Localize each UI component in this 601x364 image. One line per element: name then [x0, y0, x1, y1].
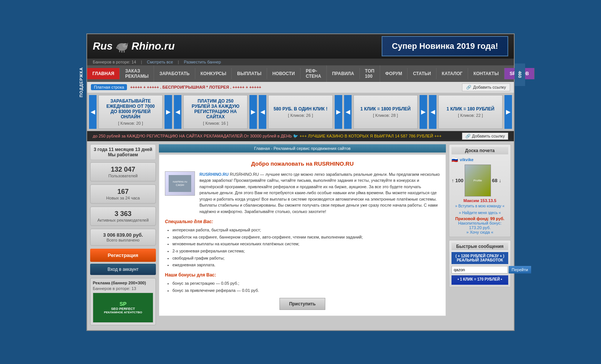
start-button[interactable]: Приступить	[279, 298, 326, 310]
want-here-link[interactable]: » Хочу сюда «	[467, 230, 494, 234]
promo-msg: ( + 1200 РУБЛЕЙ СРАЗУ + ) РЕАЛЬНЫЙ ЗАРАБ…	[452, 252, 508, 264]
nav-forum[interactable]: ФОРУМ	[380, 68, 408, 79]
header-banner-area: Супер Новинка 2019 года!	[382, 36, 508, 56]
nav-contacts[interactable]: КОНТАКТЫ	[468, 68, 504, 79]
nav-news[interactable]: НОВОСТИ	[267, 68, 300, 79]
rot-banner-4-title: 1 КЛИК = 180 РУБЛЕЙ	[447, 106, 494, 112]
bonus-title: Наши бонусы для Вас:	[165, 272, 440, 278]
svg-rect-7	[124, 50, 125, 53]
seo-logo: SP SEO PERFECT РЕКЛАМНОЕ АГЕНТСТВО	[93, 293, 153, 322]
nav-articles[interactable]: СТАТЬИ	[408, 68, 436, 79]
welcome-box: Добро пожаловать на RUSRHINO.RU rusrhino…	[159, 154, 446, 316]
intro-brand: RUSRHINO.RU	[199, 172, 229, 177]
active-adv-stat: 3 363 Активных рекламодателей	[90, 207, 156, 226]
rot-banner-3[interactable]: 1 КЛИК = 1800 РУБЛЕЙ [ Кликов: 28 ]	[353, 95, 418, 129]
list-item: заработок на серфинге, баннерном серфинг…	[172, 234, 440, 241]
special-list: интересная работа, быстрый карьерный рос…	[165, 227, 440, 269]
adv-section: Реклама (баннер 200×300) Баннеров в рото…	[90, 278, 156, 325]
rot-arrow-right-0[interactable]: ▶	[165, 95, 172, 129]
adv-title: Реклама (баннер 200×300)	[93, 281, 153, 285]
honor-username[interactable]: vikvike	[460, 157, 474, 162]
nav-top100[interactable]: ТОП 100	[360, 65, 380, 82]
find-me-link[interactable]: » Найдите меня здесь «	[459, 211, 501, 215]
add-link-button-2[interactable]: 🔗 Добавить ссылку	[462, 133, 508, 140]
logo-text-left: Rus	[93, 40, 113, 52]
list-item: ежедневная зарплата.	[172, 261, 440, 269]
view-all-link[interactable]: Смотреть все	[147, 60, 173, 64]
quick-messages: Быстрые сообщения ( + 1200 РУБЛЕЙ СРАЗУ …	[449, 240, 511, 287]
logo-text-right: Rhino.ru	[131, 40, 175, 52]
list-item: бонус за привлечение реферала — 0.01 руб…	[172, 287, 440, 294]
paid-badge: Платная строка	[91, 84, 127, 90]
main-navigation: ГЛАВНАЯ ЗАКАЗ РЕКЛАМЫ ЗАРАБОТАТЬ КОНКУРС…	[87, 65, 514, 82]
info-bar2-left: до 250 рублей за КАЖДУЮ РЕГИСТРАЦИЮ НА С…	[93, 134, 441, 139]
paid-marquee: +++++ + +++++ . БЕСПРОИГРЫШНАЯ * ЛОТЕРЕЯ…	[130, 85, 261, 89]
msg-input[interactable]	[452, 266, 508, 273]
rotator-banners: ◀ ЗАРАБАТЫВАЙТЕ ЕЖЕДНЕВНО от 7000 до 830…	[87, 93, 514, 131]
banner-info-bar: Баннеров в роторе: 14 | Смотреть все | Р…	[87, 59, 514, 65]
add-link-button[interactable]: 🔗 Добавить ссылку	[462, 83, 510, 91]
welcome-text: RUSRHINO.RU RUSRHINO.RU — лучшее место г…	[199, 171, 440, 215]
rot-banner-4[interactable]: 1 КЛИК = 180 РУБЛЕЙ [ Кликов: 22 ]	[438, 95, 503, 129]
bonus-section: Наши бонусы для Вас: бонус за регистраци…	[165, 272, 440, 294]
rot-arrow-right-2[interactable]: ▶	[335, 95, 342, 129]
rot-arrow-left-2[interactable]: ◀	[259, 95, 266, 129]
add-icon: 🔗	[466, 85, 471, 90]
join-team-link[interactable]: » Вступить в мою команду «	[455, 204, 504, 208]
msg-send-button[interactable]: Перейти	[509, 266, 531, 273]
rot-banner-1[interactable]: ПЛАТИМ до 250 рублей за КАЖДУЮ РЕГИСТРАЦ…	[183, 95, 248, 129]
rot-arrow-left-3[interactable]: ◀	[344, 95, 352, 129]
rot-arrow-left-0[interactable]: ◀	[89, 95, 97, 129]
list-item: бонус за регистрацию — 0.05 руб.;	[172, 280, 440, 287]
info-bar-2: до 250 рублей за КАЖДУЮ РЕГИСТРАЦИЮ НА С…	[87, 131, 514, 141]
honor-prize: Призовой фонд: 99 руб.	[452, 216, 508, 221]
nav-earn[interactable]: ЗАРАБОТАТЬ	[154, 68, 195, 79]
nav-payouts[interactable]: ВЫПЛАТЫ	[232, 68, 267, 79]
list-item: 2-х уровневая реферальная система;	[172, 248, 440, 255]
rot-banner-1-title: ПЛАТИМ до 250 рублей за КАЖДУЮ РЕГИСТРАЦ…	[188, 98, 243, 119]
nav-catalog[interactable]: КАТАЛОГ	[436, 68, 468, 79]
twitter-icon: 🐦	[293, 134, 299, 138]
welcome-inner: rusrhino.ruCASH RUSRHINO.RU RUSRHINO.RU …	[165, 171, 440, 215]
add-link-label: Добавить ссылку	[473, 85, 506, 89]
active-adv-label: Активных рекламодателей	[94, 218, 152, 222]
rot-arrow-left-1[interactable]: ◀	[174, 95, 181, 129]
rot-arrow-right-4[interactable]: ▶	[504, 95, 512, 129]
nav-home[interactable]: ГЛАВНАЯ	[87, 68, 120, 79]
nav-contests[interactable]: КОНКУРСЫ	[195, 68, 232, 79]
add-link-label-2: Добавить ссылку	[472, 134, 505, 138]
registration-button[interactable]: Регистрация	[90, 249, 156, 262]
total-paid-stat: 3 006 839.00 руб. Всего выплачено	[90, 229, 156, 246]
bonus-list: бонус за регистрацию — 0.05 руб.; бонус …	[165, 280, 440, 294]
center-content: Главная - Рекламный сервис продвижения с…	[159, 144, 446, 327]
honor-want: » Хочу сюда «	[452, 230, 508, 234]
rot-banner-2[interactable]: 580 руб. в Один Клик ! [ Кликов: 26 ]	[268, 95, 332, 129]
rot-banner-0[interactable]: ЗАРАБАТЫВАЙТЕ ЕЖЕДНЕВНО от 7000 до 83000…	[98, 95, 163, 129]
msg-scroll: • 1 КЛИК = 170 РУБЛЕЙ •	[452, 275, 508, 285]
nav-rules[interactable]: ПРАВИЛА	[327, 68, 360, 79]
adv-image[interactable]: SP SEO PERFECT РЕКЛАМНОЕ АГЕНТСТВО	[93, 293, 153, 323]
place-banner-link[interactable]: Разместить баннер	[184, 60, 221, 64]
work-days-stat: 3 года 11 месяцев 13 дней Мы работаем	[90, 144, 156, 160]
left-sidebar: 3 года 11 месяцев 13 дней Мы работаем 13…	[90, 144, 156, 327]
nav-order[interactable]: ЗАКАЗ РЕКЛАМЫ	[120, 65, 154, 82]
list-item: свободный график работы;	[172, 255, 440, 262]
breadcrumb: Главная - Рекламный сервис продвижения с…	[159, 144, 446, 153]
total-paid-label: Всего выплачено	[94, 238, 152, 242]
add-icon-2: 🔗	[465, 134, 471, 139]
support-tab[interactable]: ПОДДЕРЖКА	[76, 63, 86, 101]
main-content: 3 года 11 месяцев 13 дней Мы работаем 13…	[87, 141, 514, 330]
thumb-inner: rusrhino.ruCASH	[169, 175, 191, 192]
total-paid-value: 3 006 839.00 руб.	[94, 232, 152, 238]
rot-banner-2-title: 580 руб. в Один Клик !	[273, 106, 327, 112]
site-thumbnail: rusrhino.ruCASH	[165, 171, 195, 196]
rot-arrow-left-4[interactable]: ◀	[429, 95, 436, 129]
login-button[interactable]: Вход в аккаунт	[90, 264, 156, 275]
rot-arrow-right-3[interactable]: ▶	[420, 95, 427, 129]
msg-input-row: Перейти	[452, 266, 508, 273]
svg-point-4	[116, 47, 119, 49]
nav-ref-wall[interactable]: РЕФ-СТЕНА	[300, 65, 327, 82]
super-banner[interactable]: Супер Новинка 2019 года!	[382, 36, 508, 56]
rot-arrow-right-1[interactable]: ▶	[249, 95, 257, 129]
site-logo[interactable]: Rus Rhino.ru	[93, 39, 175, 54]
